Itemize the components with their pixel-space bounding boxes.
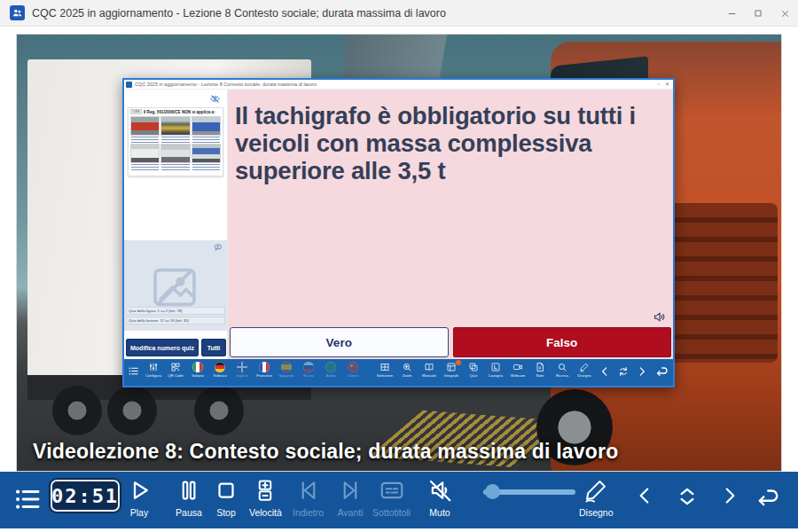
webcam-icon [512, 362, 523, 372]
return-arrow-icon [654, 364, 669, 379]
refresh-button[interactable] [617, 365, 630, 378]
chevrons-updown-icon [675, 484, 700, 509]
flag-francese-icon [259, 362, 270, 372]
subtitles-button[interactable]: Sottotitoli [372, 477, 411, 518]
chevron-left-icon [633, 484, 656, 507]
pause-button[interactable]: Pausa [176, 477, 202, 518]
list-icon [12, 484, 43, 514]
lang-inglese-button[interactable]: Inglese [234, 362, 250, 378]
quiz-button[interactable]: Quiz [466, 362, 481, 378]
vehicle-thumbnail [160, 144, 190, 170]
pen-icon [583, 477, 609, 504]
disegno-button[interactable]: Disegno [576, 362, 592, 378]
mute-button[interactable]: Muto [426, 477, 453, 518]
close-button[interactable] [771, 0, 798, 27]
eye-off-icon[interactable] [209, 93, 221, 105]
quiz-preview-card[interactable]: 1/486 Il Reg. 561/2006/CE NON si applica… [128, 107, 223, 176]
pause-icon [176, 477, 202, 504]
play-button[interactable]: Play [126, 477, 153, 518]
speed-icon [252, 477, 278, 504]
speed-button[interactable]: Velocità [249, 477, 282, 518]
lang-italiano-button[interactable]: Italiano [190, 362, 206, 378]
quiz-lesson-stat: Quiz della lezione: 17 su 19 (lett. 32) [126, 317, 225, 325]
vehicle-thumbnail [192, 144, 221, 170]
flag-russo-icon [303, 362, 314, 372]
nav-updown-button[interactable] [675, 484, 700, 509]
volume-slider[interactable] [483, 489, 575, 495]
sliders-icon [148, 362, 159, 372]
exit-return-button[interactable] [754, 484, 780, 511]
selezione-button[interactable]: Selezione [377, 362, 393, 378]
dialog-maximize-icon[interactable]: ▫ [658, 82, 660, 87]
dialog-close-icon[interactable]: ✕ [665, 82, 669, 87]
qr-code-button[interactable]: QR Code [168, 362, 184, 378]
flag-cinese-icon [348, 362, 358, 372]
volume-slider-handle[interactable] [485, 484, 500, 499]
pen-icon [579, 362, 590, 372]
lang-russo-button[interactable]: Russo [301, 362, 317, 378]
comment-icon[interactable] [214, 243, 223, 252]
quiz-preview-title: Il Reg. 561/2006/CE NON si applica a: [144, 110, 215, 114]
search-icon [557, 362, 567, 372]
vehicle-thumbnail [130, 116, 160, 143]
manuale-button[interactable]: Manuale [421, 362, 437, 378]
chevron-right-icon [636, 365, 648, 378]
loop-icon [617, 365, 630, 378]
dialog-titlebar[interactable]: CQC 2025 in aggiornamento - Lezione 8 Co… [124, 80, 673, 90]
dialog-toolbar: Configura QR Code Italiano Tedesco Ingle… [124, 359, 673, 386]
draw-button[interactable]: Disegno [579, 477, 614, 518]
next-button[interactable]: Avanti [337, 477, 364, 518]
stop-button[interactable]: Stop [213, 477, 239, 518]
falso-button[interactable]: Falso [453, 327, 672, 357]
tutti-button[interactable]: Tutti [201, 339, 226, 356]
whiteboard-icon [490, 362, 501, 372]
lang-tedesco-button[interactable]: Tedesco [212, 362, 228, 378]
nav-forward-button[interactable] [718, 484, 741, 507]
qr-code-icon [170, 362, 181, 372]
quiz-list-icon[interactable] [128, 365, 139, 377]
video-caption: Videolezione 8: Contesto sociale; durata… [33, 440, 618, 464]
ricerca-button[interactable]: Ricerca [554, 362, 570, 378]
prev-slide-button[interactable] [598, 365, 611, 378]
book-icon [424, 362, 434, 372]
mute-icon [426, 477, 453, 504]
vehicle-thumbnail [160, 116, 190, 143]
return-button[interactable] [654, 364, 669, 379]
return-arrow-icon [754, 484, 780, 511]
configura-button[interactable]: Configura [145, 362, 161, 378]
integrale-button[interactable]: Integrale [443, 362, 459, 378]
playlist-button[interactable] [12, 484, 43, 514]
dialog-window-controls[interactable]: ▫✕ [658, 82, 673, 87]
chevron-right-icon [718, 484, 741, 507]
note-icon [535, 362, 545, 372]
flag-spagnolo-icon [281, 362, 292, 372]
vero-button[interactable]: Vero [230, 327, 449, 357]
copy-icon [468, 362, 479, 372]
minimize-button[interactable] [718, 0, 745, 27]
webcam-button[interactable]: Webcam [510, 362, 526, 378]
note-button[interactable]: Note [532, 362, 548, 378]
dialog-title: CQC 2025 in aggiornamento - Lezione 8 Co… [135, 82, 317, 87]
skip-back-icon [295, 477, 322, 504]
next-slide-button[interactable] [636, 365, 648, 378]
lang-arabo-button[interactable]: Arabo [323, 362, 339, 378]
maximize-button[interactable] [745, 0, 771, 27]
previous-button[interactable]: Indietro [293, 477, 324, 518]
dialog-question-panel: Il tachigrafo è obbligatorio su tutti i … [228, 90, 673, 359]
chevron-left-icon [598, 365, 611, 378]
speaker-icon[interactable] [653, 310, 666, 324]
notification-dot [456, 360, 461, 365]
video-wheel [194, 386, 244, 435]
dialog-app-icon [126, 82, 132, 88]
lang-spagnolo-button[interactable]: Spagnolo [278, 362, 294, 378]
modifica-numero-quiz-button[interactable]: Modifica numero quiz [126, 339, 199, 356]
lang-cinese-button[interactable]: Cinese [345, 362, 361, 378]
quiz-preview-thumbnails [129, 115, 223, 171]
skip-forward-icon [337, 477, 364, 504]
flag-arabo-icon [325, 362, 336, 372]
zoom-button[interactable]: Zoom [399, 362, 415, 378]
lavagna-button[interactable]: Lavagna [488, 362, 504, 378]
window-title: CQC 2025 in aggiornamento - Lezione 8 Co… [32, 7, 446, 20]
lang-francese-button[interactable]: Francese [256, 362, 272, 378]
nav-back-button[interactable] [633, 484, 656, 507]
